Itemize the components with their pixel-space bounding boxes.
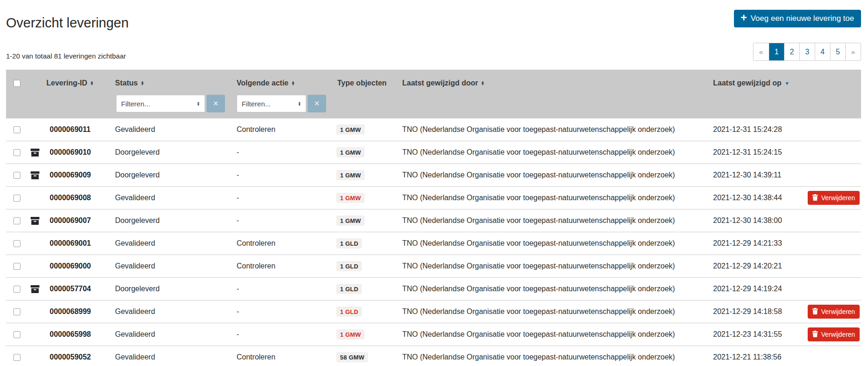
row-modified-at: 2021-12-23 14:31:55 (713, 330, 782, 338)
row-checkbox[interactable] (13, 354, 20, 361)
row-next-action: - (237, 171, 239, 179)
column-header-volgende-actie[interactable]: Volgende actie ▲▼ (237, 79, 335, 87)
row-status: Doorgeleverd (115, 216, 160, 224)
row-id: 0000069009 (50, 171, 91, 179)
row-checkbox[interactable] (13, 331, 20, 338)
row-modified-by: TNO (Nederlandse Organisatie voor toegep… (402, 330, 675, 338)
table-row: 0000069001 Gevalideerd Controleren 1 GLD… (6, 232, 861, 255)
archive-icon (31, 217, 39, 225)
table-row: 0000068999 Gevalideerd - 1 GLD TNO (Nede… (6, 300, 861, 323)
table-header: Levering-ID ▲▼ Status ▲▼ Volgende actie … (6, 70, 861, 118)
row-next-action: - (237, 216, 239, 224)
delete-button-label: Verwijderen (821, 331, 855, 338)
row-modified-by: TNO (Nederlandse Organisatie voor toegep… (402, 285, 675, 293)
row-status: Gevalideerd (115, 239, 155, 247)
table-row: 0000069011 Gevalideerd Controleren 1 GMW… (6, 118, 861, 141)
row-id: 0000069011 (50, 125, 90, 133)
delete-button[interactable]: Verwijderen (808, 191, 860, 205)
row-id: 0000069007 (50, 216, 91, 224)
row-checkbox[interactable] (13, 286, 20, 293)
pagination-next[interactable]: » (845, 43, 861, 60)
delete-button-label: Verwijderen (821, 308, 855, 315)
add-delivery-button[interactable]: + Voeg een nieuwe levering toe (734, 10, 862, 27)
volgende-actie-filter-clear-button[interactable]: ✕ (308, 95, 326, 112)
archive-icon (31, 149, 39, 157)
select-all-checkbox[interactable] (13, 80, 20, 87)
table-row: 0000069000 Gevalideerd Controleren 1 GLD… (6, 255, 861, 277)
row-modified-by: TNO (Nederlandse Organisatie voor toegep… (402, 262, 675, 270)
type-badge: 58 GMW (336, 352, 368, 362)
pagination-page-5[interactable]: 5 (830, 43, 845, 60)
select-arrows-icon: ▲▼ (298, 101, 301, 106)
deliveries-table: Levering-ID ▲▼ Status ▲▼ Volgende actie … (6, 70, 861, 366)
table-row: 0000065998 Gevalideerd - 1 GMW TNO (Nede… (6, 323, 861, 346)
table-row: 0000057704 Doorgeleverd - 1 GLD TNO (Ned… (6, 277, 861, 300)
row-status: Gevalideerd (115, 307, 155, 315)
delete-button[interactable]: Verwijderen (808, 305, 860, 319)
row-id: 0000065998 (50, 330, 91, 338)
row-checkbox[interactable] (13, 217, 20, 224)
row-modified-at: 2021-12-30 14:39:11 (713, 171, 781, 179)
type-badge: 1 GLD (336, 284, 362, 294)
sort-icon: ▲▼ (141, 81, 144, 86)
row-next-action: - (237, 285, 239, 293)
row-id: 0000068999 (50, 307, 91, 315)
row-id: 0000069008 (50, 194, 91, 202)
volgende-actie-filter-select[interactable]: Filteren... ▲▼ (237, 95, 306, 112)
column-header-type-objecten: Type objecten (335, 79, 402, 87)
trash-icon (812, 331, 818, 339)
row-modified-by: TNO (Nederlandse Organisatie voor toegep… (402, 194, 675, 202)
trash-icon (812, 194, 818, 202)
row-checkbox[interactable] (13, 195, 20, 202)
row-checkbox[interactable] (13, 149, 20, 156)
row-checkbox[interactable] (13, 240, 20, 247)
row-modified-at: 2021-12-21 11:38:56 (713, 353, 781, 361)
row-modified-at: 2021-12-31 15:24:28 (713, 125, 782, 133)
row-status: Doorgeleverd (115, 171, 160, 179)
row-next-action: Controleren (237, 262, 276, 270)
select-arrows-icon: ▲▼ (197, 101, 200, 106)
row-modified-by: TNO (Nederlandse Organisatie voor toegep… (402, 353, 675, 361)
type-badge: 1 GMW (336, 216, 365, 226)
sort-icon: ▲▼ (90, 81, 94, 86)
table-row: 0000069009 Doorgeleverd - 1 GMW TNO (Ned… (6, 163, 861, 186)
row-checkbox[interactable] (13, 263, 20, 270)
trash-icon (812, 308, 818, 316)
row-next-action: - (237, 194, 239, 202)
row-status: Gevalideerd (115, 330, 155, 338)
type-badge: 1 GLD (336, 238, 362, 248)
row-id: 0000057704 (50, 285, 91, 293)
pagination-page-1[interactable]: 1 (769, 43, 784, 60)
row-id: 0000069001 (50, 239, 91, 247)
pagination-page-4[interactable]: 4 (815, 43, 830, 60)
row-modified-by: TNO (Nederlandse Organisatie voor toegep… (402, 216, 675, 224)
status-filter-clear-button[interactable]: ✕ (206, 95, 225, 112)
table-body: 0000069011 Gevalideerd Controleren 1 GMW… (6, 118, 861, 366)
table-row: 0000059052 Gevalideerd Controleren 58 GM… (6, 346, 861, 366)
row-checkbox[interactable] (13, 308, 20, 315)
row-checkbox[interactable] (13, 126, 20, 133)
status-filter-select[interactable]: Filteren... ▲▼ (116, 95, 205, 112)
row-id: 0000069000 (50, 262, 91, 270)
row-next-action: - (237, 307, 239, 315)
column-header-laatst-gewijzigd-door[interactable]: Laatst gewijzigd door ▲▼ (402, 79, 713, 87)
row-modified-at: 2021-12-29 14:19:24 (713, 285, 782, 293)
row-modified-by: TNO (Nederlandse Organisatie voor toegep… (402, 148, 675, 156)
row-status: Gevalideerd (115, 125, 155, 133)
table-row: 0000069008 Gevalideerd - 1 GMW TNO (Nede… (6, 186, 861, 209)
pagination-prev[interactable]: « (753, 43, 769, 60)
column-header-levering-id[interactable]: Levering-ID ▲▼ (46, 79, 115, 87)
row-modified-by: TNO (Nederlandse Organisatie voor toegep… (402, 125, 675, 133)
delete-button[interactable]: Verwijderen (808, 327, 860, 341)
pagination-page-3[interactable]: 3 (799, 43, 815, 60)
results-summary: 1-20 van totaal 81 leveringen zichtbaar (6, 52, 126, 60)
type-badge: 1 GMW (336, 329, 365, 340)
pagination-page-2[interactable]: 2 (784, 43, 799, 60)
row-id: 0000059052 (50, 353, 91, 361)
type-badge: 1 GMW (336, 193, 365, 203)
archive-icon (31, 171, 39, 179)
row-status: Doorgeleverd (115, 285, 160, 293)
row-checkbox[interactable] (13, 172, 20, 179)
column-header-status[interactable]: Status ▲▼ (115, 79, 237, 87)
column-header-laatst-gewijzigd-op[interactable]: Laatst gewijzigd op ▼ (713, 79, 805, 87)
